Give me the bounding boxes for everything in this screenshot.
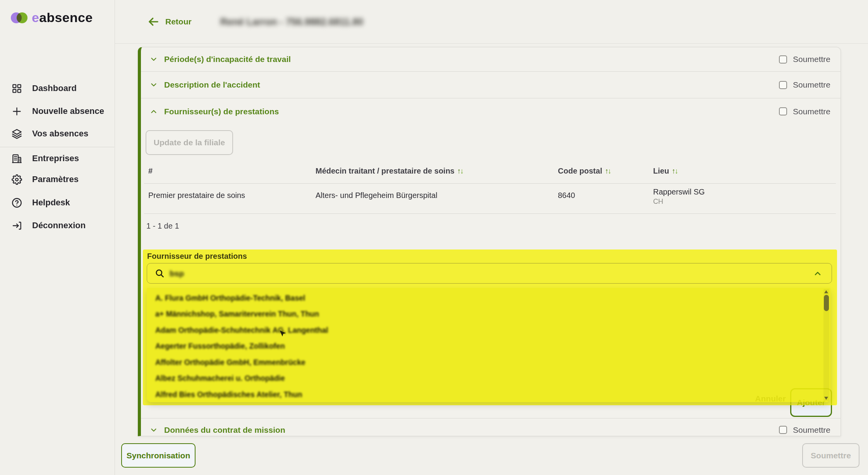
pagination-label: 1 - 1 de 1 <box>146 222 179 231</box>
column-header-num: # <box>148 167 153 176</box>
sidebar-divider <box>0 147 114 147</box>
accordion-section-description[interactable]: Description de l'accident Soumettre <box>141 72 841 98</box>
dropdown-option[interactable]: Adam Orthopädie-Schuhtechnik AG, Langent… <box>155 322 328 338</box>
layers-icon <box>12 129 22 139</box>
sidebar-item-nouvelle-absence[interactable]: Nouvelle absence <box>12 103 104 119</box>
accordion-section-periodes[interactable]: Période(s) d'incapacité de travail Soume… <box>141 47 841 72</box>
app-logo[interactable]: eabsence <box>11 10 93 25</box>
dropdown-option[interactable]: Aegerter Fussorthopädie, Zollikofen <box>155 338 285 354</box>
patient-title-blurred: René Larron - 756.9882.6811.80 <box>220 16 364 28</box>
sidebar-item-label: Paramètres <box>32 174 79 184</box>
accordion-section-contrat[interactable]: Données du contrat de mission Soumettre <box>141 418 841 436</box>
submit-checkbox-label: Soumettre <box>793 55 830 64</box>
logo-mark-icon <box>11 12 29 24</box>
sidebar: eabsence Dashboard Nouvelle absence Vos … <box>0 0 115 475</box>
gear-icon <box>12 174 22 185</box>
provider-search-input[interactable]: bsp <box>147 263 832 284</box>
logo-wordmark: eabsence <box>32 10 93 25</box>
scroll-down-arrow-icon[interactable] <box>824 397 828 400</box>
synchronisation-button[interactable]: Synchronisation <box>121 443 196 468</box>
sidebar-item-parametres[interactable]: Paramètres <box>12 172 79 187</box>
sidebar-item-label: Vos absences <box>32 129 88 139</box>
topbar: Retour René Larron - 756.9882.6811.80 <box>115 0 868 44</box>
sort-arrows-icon[interactable]: ↑↓ <box>605 167 611 175</box>
submit-checkbox-label: Soumettre <box>793 107 830 116</box>
section-title: Données du contrat de mission <box>164 425 285 435</box>
sidebar-item-dashboard[interactable]: Dashboard <box>12 81 77 96</box>
dashboard-grid-icon <box>12 83 22 94</box>
help-circle-icon <box>12 198 22 208</box>
chevron-down-icon <box>149 81 158 89</box>
section-title: Fournisseur(s) de prestations <box>164 107 279 116</box>
chevron-down-icon <box>149 55 158 64</box>
absence-detail-card: Période(s) d'incapacité de travail Soume… <box>138 47 841 436</box>
cell-provider-rank: Premier prestataire de soins <box>148 191 245 200</box>
cell-country: CH <box>653 198 663 206</box>
section-title: Période(s) d'incapacité de travail <box>164 55 291 64</box>
sort-arrows-icon[interactable]: ↑↓ <box>672 167 678 175</box>
highlighted-provider-search-area: Fournisseur de prestations bsp A. Flura … <box>143 250 837 405</box>
sidebar-item-entreprises[interactable]: Entreprises <box>12 151 79 166</box>
chevron-down-icon <box>149 426 158 434</box>
dropdown-scrollbar[interactable] <box>823 289 829 401</box>
section-title: Description de l'accident <box>164 80 260 89</box>
submit-button-disabled[interactable]: Soumettre <box>802 443 859 468</box>
dropdown-option[interactable]: Alfred Bies Orthopädisches Atelier, Thun <box>155 387 302 403</box>
sidebar-item-label: Entreprises <box>32 153 79 163</box>
sidebar-item-label: Déconnexion <box>32 220 86 231</box>
scrollbar-thumb[interactable] <box>824 295 829 311</box>
dropdown-option[interactable]: A. Flura GmbH Orthopädie-Technik, Basel <box>155 290 305 306</box>
sidebar-item-label: Dashboard <box>32 83 77 93</box>
provider-search-label: Fournisseur de prestations <box>147 252 247 261</box>
sidebar-item-label: Helpdesk <box>32 198 70 208</box>
dropdown-option[interactable]: Affolter Orthopädie GmbH, Emmenbrücke <box>155 355 305 370</box>
sort-arrows-icon[interactable]: ↑↓ <box>457 167 463 175</box>
cell-provider-name: Alters- und Pflegeheim Bürgerspital <box>316 191 437 200</box>
logout-icon <box>12 220 22 231</box>
column-header-provider[interactable]: Médecin traitant / prestataire de soins↑… <box>316 167 463 176</box>
back-arrow-icon <box>148 16 159 28</box>
table-header-divider <box>144 183 836 184</box>
submit-checkbox-label: Soumettre <box>793 425 830 435</box>
search-query-blurred: bsp <box>170 269 184 278</box>
search-icon <box>155 268 165 279</box>
accordion-section-fournisseurs[interactable]: Fournisseur(s) de prestations Soumettre <box>141 98 841 124</box>
chevron-up-icon <box>149 107 158 116</box>
back-button[interactable]: Retour <box>148 16 192 28</box>
back-label: Retour <box>165 17 192 26</box>
submit-checkbox[interactable] <box>779 107 787 115</box>
sidebar-item-helpdesk[interactable]: Helpdesk <box>12 195 70 210</box>
submit-checkbox[interactable] <box>779 426 787 434</box>
plus-icon <box>12 106 22 117</box>
submit-checkbox[interactable] <box>779 81 787 89</box>
dropdown-option[interactable]: Albez Schuhmacherei u. Orthopädie <box>155 370 285 386</box>
scroll-up-arrow-icon[interactable] <box>824 290 828 293</box>
building-icon <box>12 153 22 164</box>
update-filiale-button[interactable]: Update de la filiale <box>146 130 233 155</box>
table-row-divider <box>144 213 836 214</box>
column-header-place[interactable]: Lieu↑↓ <box>653 167 678 176</box>
submit-checkbox-label: Soumettre <box>793 80 830 89</box>
cell-place: Rapperswil SG <box>653 188 705 196</box>
mouse-pointer-icon <box>278 330 286 338</box>
cell-postal-code: 8640 <box>558 191 575 200</box>
submit-checkbox[interactable] <box>779 55 787 64</box>
sidebar-item-deconnexion[interactable]: Déconnexion <box>12 218 86 233</box>
sidebar-item-label: Nouvelle absence <box>32 106 104 116</box>
chevron-up-icon[interactable] <box>813 269 822 278</box>
sidebar-item-vos-absences[interactable]: Vos absences <box>12 126 88 141</box>
provider-options-dropdown: A. Flura GmbH Orthopädie-Technik, Basel … <box>147 288 830 402</box>
column-header-postal[interactable]: Code postal↑↓ <box>558 167 611 176</box>
dropdown-option[interactable]: a+ Männichshop, Samariterverein Thun, Th… <box>155 306 319 322</box>
